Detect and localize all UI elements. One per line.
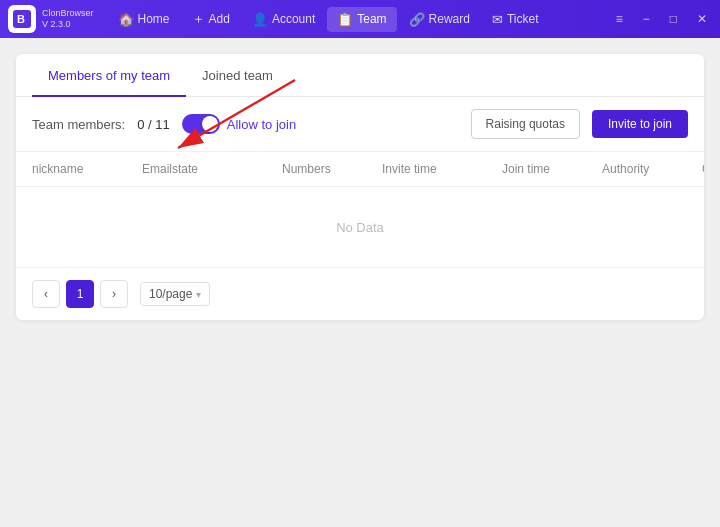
add-icon: ＋	[192, 10, 205, 28]
pagination: ‹ 1 › 10/page ▾	[16, 267, 704, 320]
minimize-button[interactable]: −	[638, 10, 655, 28]
nav-items: 🏠 Home ＋ Add 👤 Account 📋 Team 🔗 Reward ✉	[108, 5, 611, 33]
table-header: nickname Email state Numbers Invite time…	[16, 152, 704, 187]
allow-join-label: Allow to join	[227, 117, 296, 132]
app-name: ClonBrowser V 2.3.0	[42, 8, 94, 30]
tabs: Members of my team Joined team	[16, 54, 704, 97]
nav-home-label: Home	[138, 12, 170, 26]
nav-add-label: Add	[209, 12, 230, 26]
nav-reward[interactable]: 🔗 Reward	[399, 7, 480, 32]
ticket-icon: ✉	[492, 12, 503, 27]
app-logo: B	[8, 5, 36, 33]
table-body: No Data	[16, 187, 704, 267]
next-page-button[interactable]: ›	[100, 280, 128, 308]
maximize-button[interactable]: □	[665, 10, 682, 28]
home-icon: 🏠	[118, 12, 134, 27]
team-icon: 📋	[337, 12, 353, 27]
col-operating: Operating	[702, 162, 704, 176]
nav-reward-label: Reward	[429, 12, 470, 26]
main-content: Members of my team Joined team Team memb…	[0, 38, 720, 527]
menu-button[interactable]: ≡	[611, 10, 628, 28]
col-invite-time: Invite time	[382, 162, 502, 176]
nav-team[interactable]: 📋 Team	[327, 7, 396, 32]
toggle-knob	[202, 116, 218, 132]
nav-account[interactable]: 👤 Account	[242, 7, 325, 32]
col-authority: Authority	[602, 162, 702, 176]
members-bar: Team members: 0 / 11 Allow to join Raisi…	[16, 97, 704, 152]
members-count: 0 / 11	[137, 117, 170, 132]
titlebar: B ClonBrowser V 2.3.0 🏠 Home ＋ Add 👤 Acc…	[0, 0, 720, 38]
nav-team-label: Team	[357, 12, 386, 26]
allow-join-toggle[interactable]	[182, 114, 220, 134]
allow-join-toggle-wrap: Allow to join	[182, 114, 296, 134]
col-join-time: Join time	[502, 162, 602, 176]
no-data-text: No Data	[336, 190, 384, 265]
nav-ticket-label: Ticket	[507, 12, 539, 26]
account-icon: 👤	[252, 12, 268, 27]
page-size-label: 10/page	[149, 287, 192, 301]
chevron-down-icon: ▾	[196, 289, 201, 300]
close-button[interactable]: ✕	[692, 10, 712, 28]
nav-add[interactable]: ＋ Add	[182, 5, 240, 33]
reward-icon: 🔗	[409, 12, 425, 27]
members-label: Team members:	[32, 117, 125, 132]
col-email: Email	[142, 162, 172, 176]
prev-page-button[interactable]: ‹	[32, 280, 60, 308]
raising-quotas-button[interactable]: Raising quotas	[471, 109, 580, 139]
invite-to-join-button[interactable]: Invite to join	[592, 110, 688, 138]
page-1-button[interactable]: 1	[66, 280, 94, 308]
tab-my-team[interactable]: Members of my team	[32, 54, 186, 97]
nav-account-label: Account	[272, 12, 315, 26]
page-size-select[interactable]: 10/page ▾	[140, 282, 210, 306]
nav-ticket[interactable]: ✉ Ticket	[482, 7, 549, 32]
col-numbers: Numbers	[282, 162, 382, 176]
card: Members of my team Joined team Team memb…	[16, 54, 704, 320]
tab-joined-team[interactable]: Joined team	[186, 54, 289, 97]
window-controls: ≡ − □ ✕	[611, 10, 712, 28]
col-state: state	[172, 162, 282, 176]
logo-letter: B	[13, 10, 31, 28]
svg-text:B: B	[17, 13, 25, 25]
nav-home[interactable]: 🏠 Home	[108, 7, 180, 32]
col-nickname: nickname	[32, 162, 142, 176]
